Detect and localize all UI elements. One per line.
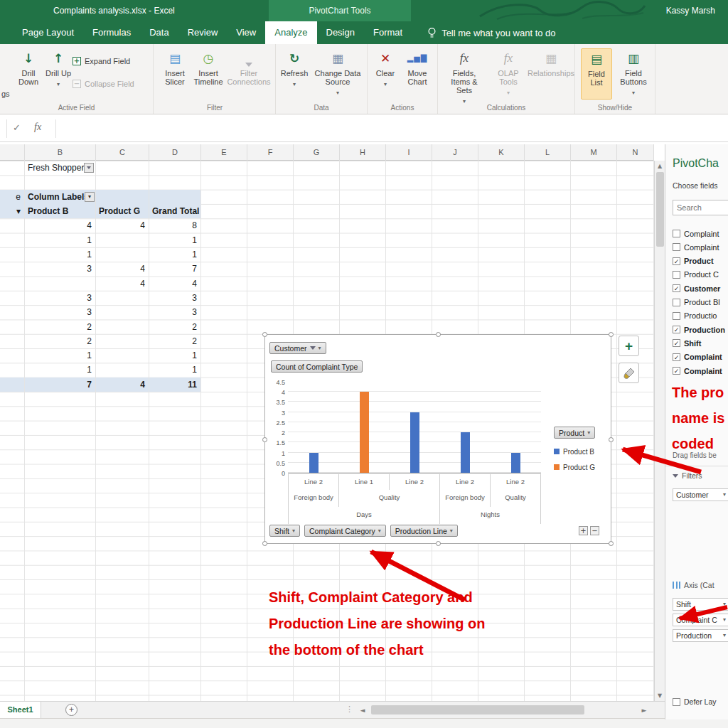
area-field-complaint-c[interactable]: Complaint C▾ (673, 614, 728, 626)
olap-tools-button[interactable]: fx OLAP Tools ▾ (489, 48, 528, 100)
chart-handle[interactable] (262, 541, 267, 546)
column-header-J[interactable]: J (432, 144, 478, 161)
defer-layout-checkbox[interactable] (673, 698, 680, 706)
cell-c[interactable]: 4 (96, 378, 149, 392)
field-item-productio[interactable]: Productio (673, 309, 717, 323)
field-item-production[interactable]: ✓Production (673, 323, 725, 336)
column-header-M[interactable]: M (571, 144, 617, 161)
cell-d[interactable]: 7 (149, 262, 201, 276)
field-buttons-button[interactable]: ▥ Field Buttons ▾ (615, 48, 652, 100)
column-header-B[interactable]: B (25, 144, 96, 161)
formula-bar[interactable]: ✓ fx (0, 115, 728, 142)
field-item-product-bl[interactable]: Product Bl (673, 296, 720, 309)
column-header-H[interactable]: H (340, 144, 386, 161)
cell-b[interactable]: 1 (25, 348, 96, 363)
column-header-C[interactable]: C (96, 144, 149, 161)
chart-styles-button[interactable] (619, 363, 639, 383)
column-header-F[interactable]: F (247, 144, 294, 161)
vertical-scroll-thumb[interactable] (656, 172, 664, 247)
chart-handle[interactable] (436, 541, 441, 546)
bar-product-g[interactable] (360, 392, 369, 473)
enter-icon[interactable]: ✓ (13, 122, 21, 133)
field-checkbox[interactable] (673, 271, 680, 279)
cell-c[interactable] (96, 348, 149, 363)
ribbon-tab-design[interactable]: Design (317, 21, 364, 44)
field-checkbox[interactable] (673, 230, 680, 237)
chart-handle[interactable] (262, 437, 267, 442)
scroll-left-button[interactable]: ◄ (357, 707, 368, 714)
chart-handle[interactable] (436, 332, 441, 337)
cell-b[interactable]: 3 (25, 291, 96, 305)
scroll-down-button[interactable]: ▼ (655, 690, 665, 701)
field-checkbox[interactable]: ✓ (673, 339, 680, 347)
cell-b[interactable]: 3 (25, 262, 96, 276)
cell-c[interactable] (96, 247, 149, 262)
field-checkbox[interactable]: ✓ (673, 326, 680, 333)
chart-handle[interactable] (609, 332, 614, 337)
chart-axis-button-shift[interactable]: Shift▾ (269, 525, 300, 537)
column-header-G[interactable]: G (294, 144, 340, 161)
cell-d[interactable]: 2 (149, 334, 201, 348)
cell-c[interactable]: 4 (96, 277, 149, 291)
defer-layout-row[interactable]: Defer Lay (673, 697, 717, 706)
horizontal-scroll-track[interactable] (368, 705, 638, 714)
cell-c[interactable] (96, 233, 149, 247)
search-input[interactable] (673, 200, 728, 215)
ribbon-tab-review[interactable]: Review (178, 21, 228, 44)
new-sheet-button[interactable]: + (65, 704, 77, 716)
chart-handle[interactable] (609, 541, 614, 546)
cell-a[interactable]: ▾ (0, 204, 25, 218)
field-item-complaint[interactable]: Complaint (673, 240, 719, 254)
column-labels-dropdown[interactable]: ▾ (85, 192, 95, 202)
cell-b[interactable] (25, 277, 96, 291)
cell-b[interactable]: 3 (25, 305, 96, 319)
cell-d[interactable]: 3 (149, 291, 201, 305)
ribbon-tab-page-layout[interactable]: Page Layout (13, 21, 83, 44)
horizontal-scrollbar[interactable]: ◄ ► (357, 703, 650, 717)
chart-legend-button-product[interactable]: Product ▾ (554, 427, 595, 439)
area-field-shift[interactable]: Shift▾ (673, 598, 728, 611)
cell-d[interactable]: 1 (149, 363, 201, 377)
cell-b[interactable]: 2 (25, 334, 96, 348)
chart-filter-button-customer[interactable]: Customer ▾ (269, 342, 326, 354)
scroll-up-button[interactable]: ▲ (655, 161, 665, 171)
field-item-customer[interactable]: ✓Customer (673, 282, 720, 295)
ribbon-tab-view[interactable]: View (227, 21, 265, 44)
chart-value-button[interactable]: Count of Complaint Type (271, 360, 363, 373)
column-header-K[interactable]: K (478, 144, 525, 161)
field-item-complaint[interactable]: ✓Complaint (673, 350, 722, 364)
field-checkbox[interactable] (673, 243, 680, 251)
field-item-product[interactable]: ✓Product (673, 255, 714, 268)
field-item-complaint[interactable]: ✓Complaint (673, 364, 722, 378)
collapse-field-button[interactable]: − Collapse Field (73, 77, 134, 91)
ribbon-tab-format[interactable]: Format (364, 21, 412, 44)
report-filter-button[interactable] (84, 163, 94, 173)
field-checkbox[interactable]: ✓ (673, 284, 680, 292)
column-header-L[interactable]: L (525, 144, 571, 161)
cell-b[interactable]: 1 (25, 233, 96, 247)
scroll-right-button[interactable]: ► (638, 707, 650, 714)
change-data-source-button[interactable]: ▦ Change Data Source ▾ (310, 48, 365, 100)
sheet-tab-sheet1[interactable]: Sheet1 (0, 702, 41, 718)
expand-field-button[interactable]: + Expand Field (73, 54, 130, 68)
cell-b[interactable]: 1 (25, 247, 96, 262)
drill-down-button[interactable]: ↓ Drill Down (14, 48, 43, 100)
relationships-button[interactable]: ▦ Relationships (529, 48, 573, 100)
expand-entire-field-button[interactable]: + (579, 526, 588, 535)
cell-d[interactable]: 8 (149, 218, 201, 232)
fields-items-sets-button[interactable]: fx Fields, Items & Sets ▾ (442, 48, 486, 100)
cell-d[interactable]: 3 (149, 305, 201, 319)
bar-product-b[interactable] (410, 412, 419, 473)
clear-button[interactable]: ✕ Clear ▾ (372, 48, 399, 100)
cell-b[interactable]: 2 (25, 320, 96, 334)
cell-b[interactable]: Product B (25, 204, 96, 218)
cell-c[interactable] (96, 320, 149, 334)
chart-handle[interactable] (262, 332, 267, 337)
field-checkbox[interactable]: ✓ (673, 353, 680, 361)
ribbon-tab-data[interactable]: Data (140, 21, 178, 44)
ribbon-tab-analyze[interactable]: Analyze (265, 21, 316, 44)
field-list-button[interactable]: ▤ Field List (581, 48, 612, 100)
chart-axis-button-complaint-category[interactable]: Complaint Category▾ (304, 525, 386, 537)
filter-connections-button[interactable]: Filter Connections (227, 48, 271, 100)
cell-c[interactable]: 4 (96, 218, 149, 232)
